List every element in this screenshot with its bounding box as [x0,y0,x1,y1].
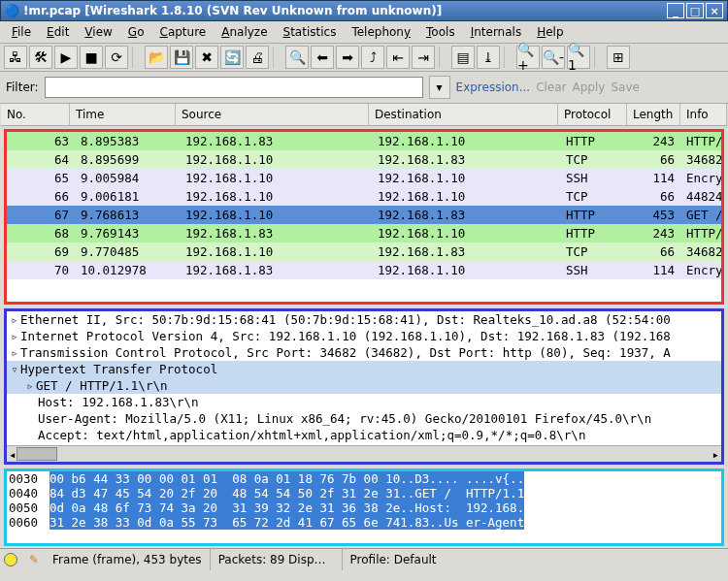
hex-row[interactable]: 0050 0d 0a 48 6f 73 74 3a 20 31 39 32 2e… [7,500,721,515]
col-time[interactable]: Time [70,104,176,125]
packet-row[interactable]: 679.768613192.168.1.10192.168.1.83HTTP45… [7,206,721,224]
packet-bytes-pane[interactable]: 0030 00 b6 44 33 00 00 01 01 08 0a 01 18… [4,468,724,546]
tree-http-host[interactable]: Host: 192.168.1.83\r\n [7,394,721,410]
menu-internals[interactable]: Internals [465,23,528,41]
zoom-in-icon[interactable]: 🔍+ [516,46,540,69]
scroll-right-icon[interactable]: ▸ [711,447,719,462]
filter-bar: Filter: ▾ Expression... Clear Apply Save [0,72,728,104]
col-len[interactable]: Length [627,104,680,125]
zoom-reset-icon[interactable]: 🔍1 [567,46,590,69]
menu-bar: File Edit View Go Capture Analyze Statis… [0,21,728,44]
col-src[interactable]: Source [176,104,369,125]
tree-ip[interactable]: ▹Internet Protocol Version 4, Src: 192.1… [7,328,721,344]
go-to-icon[interactable]: ⤴ [361,46,384,69]
status-profile[interactable]: Profile: Default [342,549,445,570]
hex-row[interactable]: 0030 00 b6 44 33 00 00 01 01 08 0a 01 18… [7,471,721,486]
collapse-icon[interactable]: ▿ [9,362,20,376]
toolbar-separator [439,47,447,68]
packet-row[interactable]: 699.770485192.168.1.10192.168.1.83TCP663… [7,242,721,261]
packet-row[interactable]: 689.769143192.168.1.83192.168.1.10HTTP24… [7,224,721,242]
filter-dropdown-icon[interactable]: ▾ [429,76,450,99]
colorize-icon[interactable]: ▤ [451,46,475,69]
col-no[interactable]: No. [1,104,70,125]
packet-row[interactable]: 669.006181192.168.1.10192.168.1.10TCP664… [7,187,721,206]
edit-icon[interactable]: ✎ [29,553,39,566]
menu-telephony[interactable]: Telephony [346,23,416,41]
save-filter-button[interactable]: Save [611,81,639,94]
title-bar: 🔵 !mr.pcap [Wireshark 1.8.10 (SVN Rev Un… [0,0,728,21]
packet-row[interactable]: 648.895699192.168.1.10192.168.1.83TCP663… [7,150,721,169]
scroll-left-icon[interactable]: ◂ [9,447,17,462]
stop-capture-icon[interactable]: ■ [80,46,103,69]
packet-list-header: No. Time Source Destination Protocol Len… [1,104,727,126]
clear-button[interactable]: Clear [536,81,566,94]
filter-input[interactable] [45,77,423,98]
tree-http[interactable]: ▿Hypertext Transfer Protocol [7,361,721,377]
toolbar-separator [594,47,603,68]
interfaces-icon[interactable]: 🖧 [4,46,27,69]
expand-icon[interactable]: ▹ [9,345,20,360]
col-info[interactable]: Info [680,104,727,125]
close-file-icon[interactable]: ✖ [195,46,218,69]
status-bar: ✎ Frame (frame), 453 bytes Packets: 89 D… [0,548,728,570]
col-proto[interactable]: Protocol [558,104,627,125]
hex-row[interactable]: 0060 31 2e 38 33 0d 0a 55 73 65 72 2d 41… [7,515,721,530]
hex-row[interactable]: 0040 84 d3 47 45 54 20 2f 20 48 54 54 50… [7,486,721,500]
menu-statistics[interactable]: Statistics [278,23,343,41]
packet-row[interactable]: 638.895383192.168.1.83192.168.1.10HTTP24… [7,132,721,150]
expand-icon[interactable]: ▹ [24,378,36,393]
go-last-icon[interactable]: ⇥ [412,46,435,69]
packet-row[interactable]: 7010.012978192.168.1.83192.168.1.10SSH11… [7,261,721,279]
options-icon[interactable]: 🛠 [29,46,52,69]
expand-icon[interactable]: ▹ [9,329,20,343]
menu-help[interactable]: Help [531,23,569,41]
go-forward-icon[interactable]: ➡ [336,46,359,69]
restart-capture-icon[interactable]: ⟳ [105,46,128,69]
reload-icon[interactable]: 🔄 [220,46,244,69]
menu-go[interactable]: Go [122,23,150,41]
resize-columns-icon[interactable]: ⊞ [607,46,630,69]
window-title: !mr.pcap [Wireshark 1.8.10 (SVN Rev Unkn… [23,4,665,17]
toolbar-separator [273,47,281,68]
save-icon[interactable]: 💾 [170,46,193,69]
tree-http-get[interactable]: ▹GET / HTTP/1.1\r\n [7,377,721,394]
menu-view[interactable]: View [79,23,117,41]
scroll-thumb[interactable] [17,447,57,461]
filter-label: Filter: [6,81,39,94]
go-back-icon[interactable]: ⬅ [311,46,334,69]
find-icon[interactable]: 🔍 [285,46,309,69]
menu-file[interactable]: File [6,23,37,41]
hscrollbar[interactable]: ◂ ▸ [7,445,721,462]
expression-button[interactable]: Expression... [456,81,531,94]
app-icon: 🔵 [5,4,19,17]
tree-ethernet[interactable]: ▹Ethernet II, Src: 50:7b:9d:15:68:41 (50… [7,311,721,328]
tree-http-accept[interactable]: Accept: text/html,application/xhtml+xml,… [7,427,721,443]
menu-tools[interactable]: Tools [420,23,461,41]
menu-capture[interactable]: Capture [153,23,212,41]
col-dst[interactable]: Destination [369,104,558,125]
main-toolbar: 🖧 🛠 ▶ ■ ⟳ 📂 💾 ✖ 🔄 🖨 🔍 ⬅ ➡ ⤴ ⇤ ⇥ ▤ ⤓ 🔍+ 🔍… [0,44,728,72]
start-capture-icon[interactable]: ▶ [54,46,78,69]
close-button[interactable]: × [706,3,723,18]
auto-scroll-icon[interactable]: ⤓ [477,46,500,69]
menu-analyze[interactable]: Analyze [215,23,273,41]
maximize-button[interactable]: □ [686,3,704,18]
print-icon[interactable]: 🖨 [246,46,269,69]
packet-row[interactable]: 659.005984192.168.1.10192.168.1.10SSH114… [7,169,721,187]
status-frame: Frame (frame), 453 bytes [52,553,202,566]
menu-edit[interactable]: Edit [41,23,75,41]
toolbar-separator [132,47,141,68]
expert-info-icon[interactable] [4,553,17,566]
open-icon[interactable]: 📂 [145,46,168,69]
packet-details-pane[interactable]: ▹Ethernet II, Src: 50:7b:9d:15:68:41 (50… [4,308,724,465]
tree-tcp[interactable]: ▹Transmission Control Protocol, Src Port… [7,344,721,361]
go-first-icon[interactable]: ⇤ [386,46,410,69]
tree-http-ua[interactable]: User-Agent: Mozilla/5.0 (X11; Linux x86_… [7,410,721,427]
zoom-out-icon[interactable]: 🔍- [542,46,565,69]
status-packets: Packets: 89 Disp… [210,549,334,570]
apply-button[interactable]: Apply [573,81,606,94]
packet-list-pane[interactable]: 638.895383192.168.1.83192.168.1.10HTTP24… [4,129,724,305]
expand-icon[interactable]: ▹ [9,312,20,327]
minimize-button[interactable]: _ [667,3,684,18]
toolbar-separator [504,47,513,68]
